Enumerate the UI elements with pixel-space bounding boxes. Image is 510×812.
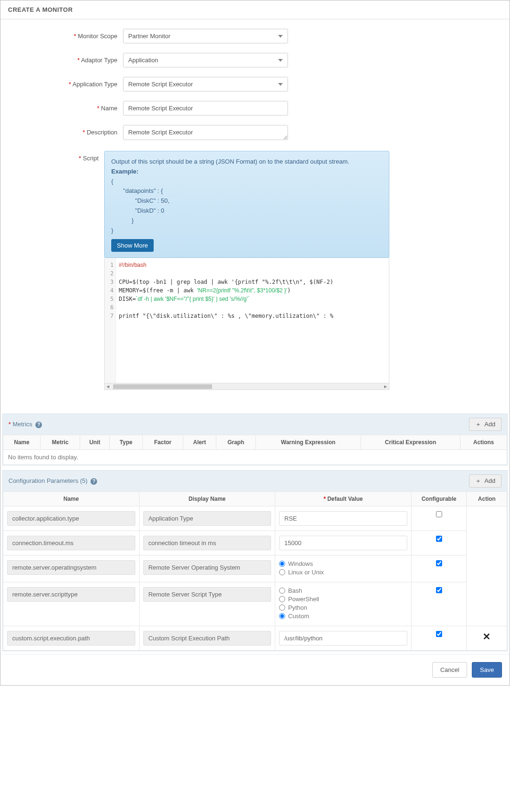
config-panel: Configuration Parameters (5) ? ＋ Add Nam…	[2, 470, 508, 651]
help-icon[interactable]: ?	[90, 478, 97, 485]
adaptor-type-select[interactable]: Application	[123, 53, 288, 67]
metrics-add-button[interactable]: ＋ Add	[469, 418, 502, 431]
metrics-col: Metric	[41, 435, 80, 450]
metrics-col: Actions	[460, 435, 507, 450]
name-input[interactable]	[123, 101, 288, 116]
help-icon[interactable]: ?	[35, 422, 42, 428]
param-display-input	[143, 511, 271, 526]
footer: Cancel Save	[0, 654, 510, 685]
metrics-col: Factor	[142, 435, 183, 450]
config-row	[3, 506, 507, 531]
param-configurable-checkbox[interactable]	[436, 536, 442, 542]
metrics-title: Metrics	[13, 421, 33, 428]
config-title: Configuration Parameters (5)	[8, 477, 88, 484]
col-display: Display Name	[139, 492, 275, 506]
adaptor-type-label: * Adaptor Type	[10, 53, 123, 64]
col-configurable: Configurable	[411, 492, 467, 506]
monitor-scope-label: * Monitor Scope	[10, 29, 123, 40]
code-lines[interactable]: #!/bin/bash CPU=$(top -bn1 | grep load |…	[116, 258, 389, 383]
col-action: Action	[467, 492, 507, 506]
description-label: * Description	[10, 125, 123, 136]
script-label: * Script	[10, 151, 104, 162]
param-name-input	[7, 631, 135, 646]
code-gutter: 1 2 3 4 5 6 7	[105, 258, 116, 383]
metrics-col: Warning Expression	[255, 435, 361, 450]
plus-icon: ＋	[475, 477, 481, 484]
param-value-input[interactable]	[279, 511, 407, 526]
param-name-input	[7, 560, 135, 575]
col-default: * Default Value	[275, 492, 411, 506]
scroll-right-icon[interactable]: ►	[382, 384, 389, 389]
param-value-input[interactable]	[279, 536, 407, 550]
param-display-input	[143, 587, 271, 602]
config-row: ✕	[3, 626, 507, 651]
code-scrollbar[interactable]: ◄ ►	[105, 383, 389, 389]
metrics-col: Critical Expression	[361, 435, 460, 450]
config-row: Windows Linux or Unix	[3, 555, 507, 582]
cancel-button[interactable]: Cancel	[432, 662, 467, 678]
application-type-label: * Application Type	[10, 77, 123, 88]
code-editor[interactable]: 1 2 3 4 5 6 7 #!/bin/bash CPU=$(top -bn1…	[104, 258, 389, 390]
metrics-col: Alert	[183, 435, 216, 450]
col-name: Name	[3, 492, 140, 506]
metrics-col: Type	[110, 435, 143, 450]
plus-icon: ＋	[475, 421, 481, 428]
metrics-col: Graph	[216, 435, 255, 450]
save-button[interactable]: Save	[472, 662, 502, 678]
param-radio-option[interactable]: Custom	[279, 613, 407, 620]
param-name-input	[7, 536, 135, 550]
description-input[interactable]: Remote Script Executor	[123, 125, 288, 140]
action-cell	[467, 506, 507, 626]
scroll-thumb[interactable]	[113, 384, 212, 389]
config-row	[3, 531, 507, 555]
param-radio-option[interactable]: PowerShell	[279, 596, 407, 603]
metrics-empty: No items found to display.	[3, 450, 507, 465]
metrics-col: Name	[3, 435, 41, 450]
config-add-button[interactable]: ＋ Add	[469, 474, 502, 488]
scroll-left-icon[interactable]: ◄	[105, 384, 111, 389]
delete-row-button[interactable]: ✕	[467, 626, 507, 651]
name-label: * Name	[10, 101, 123, 112]
param-configurable-checkbox[interactable]	[436, 511, 442, 517]
page-title: CREATE A MONITOR	[0, 0, 510, 19]
param-radio-option[interactable]: Windows	[279, 560, 407, 567]
param-configurable-checkbox[interactable]	[436, 560, 442, 566]
metrics-table: NameMetricUnitTypeFactorAlertGraphWarnin…	[3, 435, 507, 465]
close-icon: ✕	[483, 631, 491, 642]
param-display-input	[143, 560, 271, 575]
script-hint-box: Output of this script should be a string…	[104, 151, 389, 258]
param-display-input	[143, 631, 271, 646]
param-radio-option[interactable]: Bash	[279, 587, 407, 594]
param-radio-option[interactable]: Linux or Unix	[279, 569, 407, 576]
param-name-input	[7, 587, 135, 602]
show-more-button[interactable]: Show More	[111, 239, 154, 252]
config-row: Bash PowerShell Python Custom	[3, 582, 507, 626]
application-type-select[interactable]: Remote Script Executor	[123, 77, 288, 91]
monitor-scope-select[interactable]: Partner Monitor	[123, 29, 288, 43]
param-display-input	[143, 536, 271, 550]
metrics-col: Unit	[80, 435, 110, 450]
form-section: * Monitor Scope Partner Monitor * Adapto…	[0, 19, 510, 409]
metrics-panel: * Metrics ? ＋ Add NameMetricUnitTypeFact…	[2, 414, 508, 465]
param-configurable-checkbox[interactable]	[436, 587, 442, 593]
param-name-input	[7, 511, 135, 526]
param-radio-option[interactable]: Python	[279, 604, 407, 611]
config-table: Name Display Name * Default Value Config…	[3, 491, 507, 651]
param-value-input[interactable]	[279, 631, 407, 646]
param-configurable-checkbox[interactable]	[436, 631, 442, 637]
